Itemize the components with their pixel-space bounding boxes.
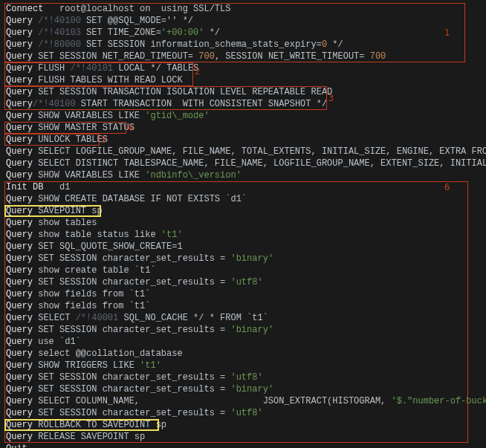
log-line: Query show fields from `t1`	[6, 288, 480, 300]
log-line: Query FLUSH TABLES WITH READ LOCK	[6, 74, 480, 86]
log-line: Query/*!40100 START TRANSACTION WITH CON…	[6, 98, 480, 110]
log-line: Query SELECT COLUMN_NAME, JSON_EXTRACT(H…	[6, 395, 480, 407]
log-line: Query SHOW VARIABLES LIKE 'ndbinfo\_vers…	[6, 169, 480, 181]
log-line: Query use `d1`	[6, 336, 480, 348]
log-line: Query ROLLBACK TO SAVEPOINT sp	[6, 419, 480, 431]
log-line: Query SHOW MASTER STATUS	[6, 122, 480, 134]
annotation-label: 1	[444, 27, 450, 39]
log-line: Query show fields from `t1`	[6, 300, 480, 312]
log-line: Query show tables	[6, 217, 480, 229]
log-line: Query SHOW VARIABLES LIKE 'gtid\_mode'	[6, 110, 480, 122]
log-line: Init DB d1	[6, 181, 480, 193]
log-line: Query show create table `t1`	[6, 264, 480, 276]
log-line: Query /*!80000 SET SESSION information_s…	[6, 39, 480, 51]
terminal-log: Connect root@localhost on using SSL/TLSQ…	[0, 0, 486, 448]
log-line: Query select @@collation_database	[6, 348, 480, 360]
log-line: Query SET SESSION character_set_results …	[6, 371, 480, 383]
log-line: Query SELECT /*!40001 SQL_NO_CACHE */ * …	[6, 312, 480, 324]
log-line: Query SELECT LOGFILE_GROUP_NAME, FILE_NA…	[6, 146, 480, 158]
annotation-label: 3	[328, 92, 334, 104]
log-line: Query SET SESSION NET_READ_TIMEOUT= 700,…	[6, 51, 480, 62]
log-line: Query SET SESSION character_set_results …	[6, 276, 480, 288]
log-line: Connect root@localhost on using SSL/TLS	[6, 3, 480, 15]
log-line: Query FLUSH /*!40101 LOCAL */ TABLES	[6, 62, 480, 74]
annotation-label: 6	[444, 181, 450, 193]
log-line: Query SHOW TRIGGERS LIKE 't1'	[6, 360, 480, 371]
log-line: Query show table status like 't1'	[6, 229, 480, 241]
log-line: Query SET SESSION character_set_results …	[6, 383, 480, 395]
log-line: Query SET SESSION character_set_results …	[6, 324, 480, 336]
log-line: Query SET SESSION character_set_results …	[6, 407, 480, 419]
log-line: Query SELECT DISTINCT TABLESPACE_NAME, F…	[6, 158, 480, 169]
log-line: Query /*!40100 SET @@SQL_MODE='' */	[6, 15, 480, 27]
log-line: Query SET SQL_QUOTE_SHOW_CREATE=1	[6, 241, 480, 253]
log-line: Query /*!40103 SET TIME_ZONE='+00:00' */	[6, 27, 480, 39]
log-line: Query SET SESSION TRANSACTION ISOLATION …	[6, 86, 480, 98]
annotation-label: 5	[101, 134, 106, 146]
log-line: Query SET SESSION character_set_results …	[6, 253, 480, 264]
log-line: Query UNLOCK TABLES	[6, 134, 480, 146]
annotation-label: 4	[128, 122, 133, 134]
log-line: Query RELEASE SAVEPOINT sp	[6, 431, 480, 443]
log-line: Query SAVEPOINT sp	[6, 205, 480, 217]
log-line: Quit	[6, 443, 480, 448]
annotation-label: 2	[195, 65, 200, 77]
log-line: Query SHOW CREATE DATABASE IF NOT EXISTS…	[6, 193, 480, 205]
